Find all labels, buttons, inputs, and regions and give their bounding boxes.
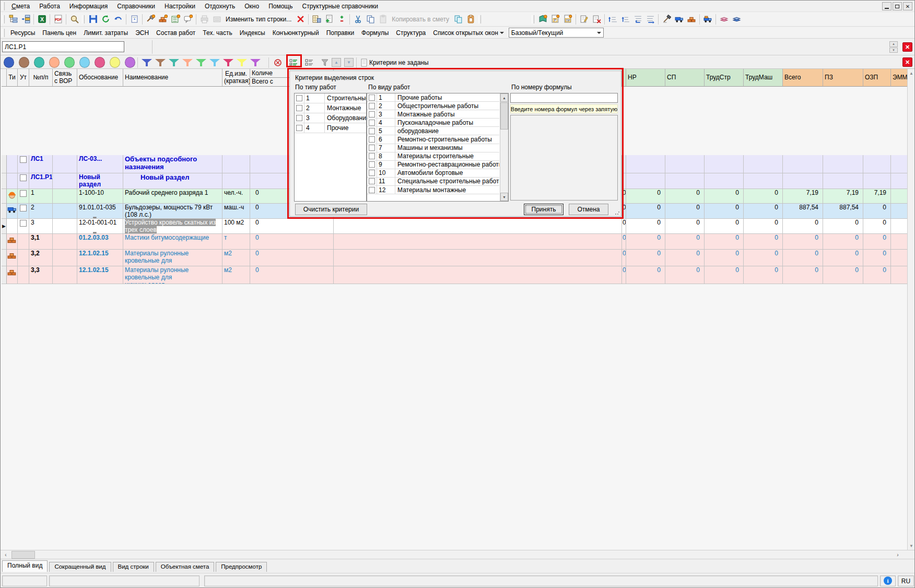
grid-cell-basis[interactable]: 1-100-10 xyxy=(77,189,123,204)
grid-cell-ozp[interactable] xyxy=(863,173,891,189)
menu-item-3[interactable]: Информация xyxy=(65,1,112,11)
highlight-color-6[interactable] xyxy=(79,57,90,68)
grid-cell-num[interactable]: ЛС1 xyxy=(29,155,53,173)
add-resource-icon[interactable] xyxy=(169,13,182,26)
plumb-hammer-icon[interactable] xyxy=(660,13,673,26)
grid-cell-unit[interactable]: 100 м2 xyxy=(222,219,250,234)
criteria-list-item[interactable]: 9Ремонтно-реставрационные работы xyxy=(367,161,499,169)
grid-cell-sp[interactable]: 0 xyxy=(665,234,705,250)
row-marker[interactable]: ▶ xyxy=(2,219,7,234)
grid-cell-hid[interactable] xyxy=(334,219,622,234)
change-row-type-button[interactable]: Изменить тип строки... xyxy=(223,16,294,23)
grid-cell-trudmash[interactable]: 0 xyxy=(744,266,783,284)
filter-funnel-8[interactable] xyxy=(237,59,247,66)
grid-cell-num[interactable]: 3,1 xyxy=(29,234,53,250)
grid-cell-pz[interactable]: 7,19 xyxy=(823,189,863,204)
grid-cell-pz[interactable] xyxy=(823,173,863,189)
item-checkbox[interactable] xyxy=(369,170,375,176)
info-icon[interactable]: i xyxy=(884,577,892,585)
grid-cell-vor[interactable] xyxy=(53,155,77,173)
panel-button-9[interactable]: Поправки xyxy=(323,28,358,38)
filter-funnel-9[interactable] xyxy=(250,59,261,66)
grid-cell-trudmash[interactable]: 0 xyxy=(744,204,783,219)
move-up-button[interactable]: ▲ xyxy=(332,58,341,67)
excel-export-icon[interactable]: X xyxy=(36,13,48,26)
hscroll-thumb[interactable] xyxy=(11,551,35,559)
menu-item-2[interactable]: Работа xyxy=(34,1,65,11)
grid-cell-ut[interactable] xyxy=(18,204,29,219)
item-checkbox[interactable] xyxy=(369,120,375,126)
grid-cell-pz[interactable]: 0 xyxy=(823,266,863,284)
menu-item-9[interactable]: Структурные справочники xyxy=(297,1,383,11)
scroll-right-icon[interactable]: › xyxy=(894,551,902,559)
panel-button-4[interactable]: ЭСН xyxy=(132,28,152,38)
grid-cell-trudstr[interactable]: 0 xyxy=(705,189,744,204)
grid-cell-pz[interactable] xyxy=(823,155,863,173)
panel-button-5[interactable]: Состав работ xyxy=(152,28,199,38)
grid-cell-ti[interactable] xyxy=(7,219,18,234)
basis-current-combobox[interactable]: Базовый/Текущий xyxy=(509,28,604,38)
formula-number-input[interactable] xyxy=(510,93,618,103)
delete-red-icon[interactable] xyxy=(294,13,307,26)
grid-cell-ozp[interactable]: 7,19 xyxy=(863,189,891,204)
grid-cell-ut[interactable] xyxy=(18,155,29,173)
grid-cell-hid[interactable] xyxy=(334,234,622,250)
grid-cell-ut[interactable] xyxy=(18,189,29,204)
grid-cell-ti[interactable] xyxy=(7,234,18,250)
panel-button-10[interactable]: Формулы xyxy=(358,28,392,38)
edit-row-icon[interactable] xyxy=(578,13,590,26)
column-header-ti[interactable]: Ти xyxy=(7,69,18,87)
criteria-list-item[interactable]: 11Специальные строительные работы xyxy=(367,178,499,186)
grid-cell-vor[interactable] xyxy=(53,189,77,204)
scroll-left-icon[interactable]: ‹ xyxy=(2,551,10,559)
column-header-basis[interactable]: Обоснование xyxy=(77,69,123,87)
docs-pink-icon[interactable] xyxy=(718,13,730,26)
grid-cell-ti[interactable] xyxy=(7,173,18,189)
material-bricks-icon[interactable] xyxy=(685,13,698,26)
level-right-icon[interactable] xyxy=(644,13,656,26)
grid-cell-partial[interactable]: 0 xyxy=(622,204,626,219)
criteria-funnel-icon[interactable] xyxy=(320,58,330,67)
item-checkbox[interactable] xyxy=(369,145,375,151)
tab-2[interactable]: Сокращенный вид xyxy=(49,562,111,572)
criteria-list-item[interactable]: 7Машины и механизмы xyxy=(367,144,499,152)
estimate-table-icon[interactable] xyxy=(310,13,323,26)
resize-grip[interactable] xyxy=(615,210,620,215)
grid-cell-partial[interactable]: 0 xyxy=(622,266,626,284)
grid-cell-pz[interactable]: 0 xyxy=(823,219,863,234)
tab-4[interactable]: Объектная смета xyxy=(156,562,215,572)
grid-cell-ozp[interactable] xyxy=(863,155,891,173)
criteria-list-item[interactable]: 12Материалы монтажные xyxy=(367,186,499,194)
grid-cell-emm[interactable] xyxy=(891,189,908,204)
grid-cell-num[interactable]: 3,2 xyxy=(29,250,53,266)
column-header-num[interactable]: №п/п xyxy=(29,69,53,87)
grid-cell-vor[interactable] xyxy=(53,204,77,219)
highlight-color-4[interactable] xyxy=(49,57,60,68)
grid-cell-ut[interactable] xyxy=(18,234,29,250)
highlight-color-7[interactable] xyxy=(95,57,105,68)
grid-cell-nr[interactable]: 0 xyxy=(626,234,665,250)
price-pr-icon[interactable]: ПР xyxy=(561,13,574,26)
grid-cell-unit[interactable]: т xyxy=(222,234,250,250)
grid-cell-partial[interactable]: 0 xyxy=(622,219,626,234)
grid-cell-basis[interactable]: 12.1.02.15 xyxy=(77,266,123,284)
grid-cell-num[interactable]: 2 xyxy=(29,204,53,219)
level-left-icon[interactable] xyxy=(631,13,644,26)
item-checkbox[interactable] xyxy=(369,128,375,134)
grid-cell-ti[interactable] xyxy=(7,204,18,219)
menu-item-5[interactable]: Настройки xyxy=(160,1,200,11)
machine-truck-icon[interactable] xyxy=(673,13,685,26)
item-checkbox[interactable] xyxy=(369,95,375,101)
panel-button-8[interactable]: Конъюнктурный xyxy=(269,28,323,38)
grid-cell-vsego[interactable]: 0 xyxy=(783,234,823,250)
structure-insert-icon[interactable] xyxy=(19,13,32,26)
minimize-button[interactable] xyxy=(882,2,891,10)
grid-cell-pz[interactable]: 0 xyxy=(823,234,863,250)
filter-funnel-2[interactable] xyxy=(155,59,166,66)
item-checkbox[interactable] xyxy=(369,187,375,193)
status-panel-lang[interactable]: RU xyxy=(898,575,914,586)
grid-cell-name[interactable]: Бульдозеры, мощность 79 кВт (108 л.с.) xyxy=(123,204,222,219)
row-checkbox[interactable] xyxy=(20,205,27,211)
grid-cell-vor[interactable] xyxy=(53,266,77,284)
menu-item-8[interactable]: Помощь xyxy=(264,1,297,11)
